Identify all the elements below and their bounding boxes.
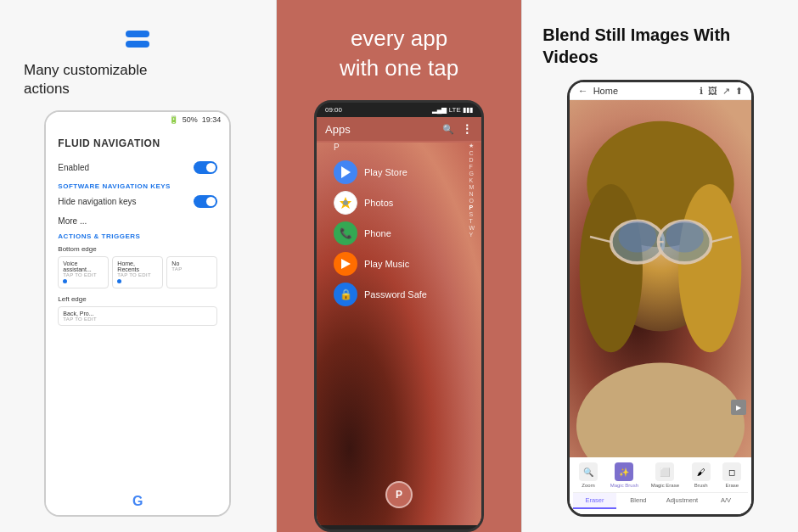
enabled-toggle[interactable]: [194, 161, 217, 174]
svg-point-9: [678, 184, 741, 352]
left-panel: Many customizableactions 🔋 50% 19:34 FLU…: [0, 0, 276, 532]
tool-icons-row: 🔍 Zoom ✨ Magic Brush ⬜ Magic Erase 🖌 Bru…: [573, 462, 748, 488]
tap-card-no[interactable]: No TAP: [166, 256, 217, 288]
phone-bottom-bar: G: [46, 488, 229, 515]
phone-status-bar: 🔋 50% 19:34: [46, 112, 229, 127]
battery-percent: 50%: [183, 115, 198, 124]
play-button[interactable]: ▶: [731, 400, 746, 415]
magic-brush-tool[interactable]: ✨ Magic Brush: [610, 462, 638, 488]
battery-icon: 🔋: [169, 115, 178, 124]
alpha-m: M: [469, 184, 475, 190]
alpha-y: Y: [469, 232, 475, 238]
more-label: More ...: [58, 216, 217, 226]
magic-erase-icon: ⬜: [655, 462, 674, 481]
tap-card-voice[interactable]: Voice assistant... TAP TO EDIT: [58, 256, 109, 288]
tab-blend[interactable]: Blend: [616, 493, 660, 509]
passwordsafe-icon: 🔒: [334, 283, 357, 306]
app-logo: [122, 24, 153, 54]
alpha-p: P: [469, 204, 475, 210]
back-button[interactable]: ←: [578, 85, 588, 97]
phone-screen-content: FLUID NAVIGATION Enabled SOFTWARE NAVIGA…: [46, 127, 229, 343]
left-phone-mockup: 🔋 50% 19:34 FLUID NAVIGATION Enabled SOF…: [44, 110, 231, 517]
center-panel: every appwith one tap 09:00 ▂▄▆ LTE ▮▮▮ …: [277, 0, 522, 532]
alpha-star: ★: [469, 143, 475, 149]
app-item-photos[interactable]: Photos: [334, 191, 464, 215]
app-item-passwordsafe[interactable]: 🔒 Password Safe: [334, 283, 464, 306]
center-phone-mockup: 09:00 ▂▄▆ LTE ▮▮▮ Apps 🔍 ⋮ P: [314, 100, 484, 532]
tab-eraser[interactable]: Eraser: [573, 493, 617, 509]
search-icon[interactable]: 🔍: [442, 124, 454, 135]
right-nav-bar: ← Home ℹ 🖼 ↗ ⬆: [570, 82, 751, 100]
playmusic-label: Play Music: [364, 259, 409, 269]
alpha-t: T: [469, 218, 475, 224]
hide-nav-label: Hide navigation keys: [58, 197, 136, 206]
actions-area: Bottom edge Voice assistant... TAP TO ED…: [58, 245, 217, 326]
app-item-phone[interactable]: 📞 Phone: [334, 221, 464, 245]
alpha-d: D: [469, 157, 475, 163]
left-edge-cards: Back, Pro... TAP TO EDIT: [58, 306, 217, 326]
magic-brush-icon: ✨: [615, 462, 633, 481]
tab-av[interactable]: A/V: [704, 493, 748, 509]
enabled-label: Enabled: [58, 163, 89, 172]
info-icon[interactable]: ℹ: [700, 86, 703, 97]
share-icon[interactable]: ↗: [722, 86, 730, 97]
tap-card-back[interactable]: Back, Pro... TAP TO EDIT: [58, 306, 217, 326]
zoom-icon: 🔍: [579, 462, 598, 481]
upload-icon[interactable]: ⬆: [735, 86, 743, 97]
erase-tool[interactable]: ◻ Erase: [722, 462, 741, 488]
tap-card-home[interactable]: Home, Recents TAP TO EDIT: [112, 256, 163, 288]
photo-area: ▶: [570, 100, 751, 457]
passwordsafe-label: Password Safe: [364, 289, 427, 300]
left-edge-label: Left edge: [58, 295, 217, 303]
magic-erase-tool[interactable]: ⬜ Magic Erase: [651, 462, 679, 488]
p-fab-button[interactable]: P: [385, 481, 413, 508]
left-panel-title: Many customizableactions: [24, 61, 148, 98]
app-item-playmusic[interactable]: Play Music: [334, 252, 464, 276]
zoom-tool[interactable]: 🔍 Zoom: [579, 462, 598, 488]
alpha-k: K: [469, 177, 475, 183]
svg-point-17: [666, 221, 704, 252]
svg-point-8: [579, 184, 642, 352]
playmusic-icon: [334, 252, 357, 276]
svg-rect-0: [126, 31, 149, 37]
alpha-f: F: [469, 164, 475, 170]
alpha-s: S: [469, 211, 475, 217]
brush-label: Brush: [694, 483, 708, 488]
portrait-photo: [570, 100, 751, 457]
bottom-toolbar: 🔍 Zoom ✨ Magic Brush ⬜ Magic Erase 🖌 Bru…: [570, 457, 751, 514]
more-icon[interactable]: ⋮: [461, 122, 473, 136]
alphabet-bar: ★ C D F G K M N O P S T W Y: [469, 143, 475, 238]
zoom-label: Zoom: [582, 483, 594, 488]
phone-label: Phone: [364, 228, 391, 238]
google-logo: G: [132, 494, 143, 509]
phone-icon: 📞: [334, 221, 357, 245]
alpha-n: N: [469, 191, 475, 197]
nav-action-icons: ℹ 🖼 ↗ ⬆: [700, 86, 743, 97]
apps-bar-icons: 🔍 ⋮: [442, 122, 473, 136]
right-phone-screen: ← Home ℹ 🖼 ↗ ⬆: [570, 82, 751, 514]
hide-nav-setting[interactable]: Hide navigation keys: [58, 195, 217, 208]
alpha-o: O: [469, 198, 475, 204]
right-panel-title: Blend Still Images With Videos: [542, 24, 783, 68]
photos-icon: [334, 191, 357, 215]
apps-toolbar: Apps 🔍 ⋮: [317, 117, 481, 141]
playstore-icon: [334, 160, 357, 184]
alpha-g: G: [469, 171, 475, 176]
right-panel: Blend Still Images With Videos ← Home ℹ …: [522, 0, 798, 532]
brush-tool[interactable]: 🖌 Brush: [692, 462, 711, 488]
actions-section: ACTIONS & TRIGGERS: [58, 232, 217, 240]
center-time: 09:00: [325, 106, 342, 114]
bottom-edge-label: Bottom edge: [58, 245, 217, 253]
center-header: every appwith one tap: [323, 0, 475, 100]
app-item-playstore[interactable]: Play Store: [334, 160, 464, 184]
hide-nav-toggle[interactable]: [194, 195, 217, 208]
svg-marker-4: [341, 259, 351, 269]
magic-erase-label: Magic Erase: [651, 483, 679, 488]
enabled-setting[interactable]: Enabled: [58, 161, 217, 174]
image-icon[interactable]: 🖼: [708, 86, 717, 97]
bottom-tabs: Eraser Blend Adjustment A/V: [573, 492, 748, 509]
section-p-letter: P: [334, 143, 464, 152]
playstore-label: Play Store: [364, 167, 407, 177]
svg-marker-2: [341, 166, 351, 178]
tab-adjustment[interactable]: Adjustment: [660, 493, 705, 509]
